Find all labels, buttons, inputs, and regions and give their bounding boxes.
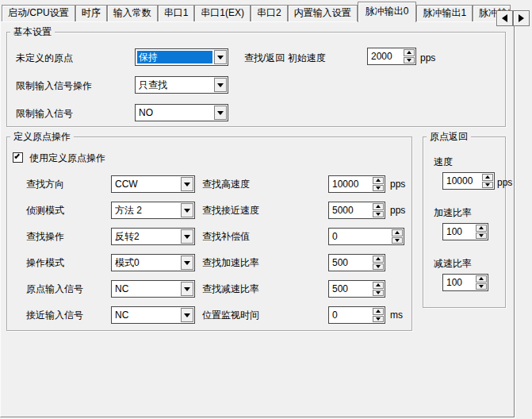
spin-up-button[interactable] <box>373 308 384 315</box>
return-accel-ratio-input[interactable]: 100 <box>442 223 488 240</box>
search-operation-value: 反转2 <box>115 231 178 242</box>
search-accel-ratio-input[interactable]: 500 <box>328 254 385 271</box>
search-compensation-input[interactable]: 0 <box>328 228 404 245</box>
spin-up-icon <box>395 231 400 234</box>
spin-up-button[interactable] <box>373 282 384 289</box>
search-proximity-speed-input[interactable]: 5000 <box>328 202 385 219</box>
initial-speed-input[interactable]: 2000 <box>367 48 416 65</box>
tab-serial-port-1[interactable]: 串口1 <box>158 5 195 21</box>
origin-operation-group-title: 定义原点操作 <box>10 131 74 142</box>
spin-down-button[interactable] <box>373 211 384 218</box>
tab-input-constants[interactable]: 输入常数 <box>107 5 158 21</box>
search-high-speed-value: 10000 <box>332 179 358 190</box>
dropdown-button[interactable] <box>181 229 193 244</box>
spin-up-button[interactable] <box>476 225 487 232</box>
search-high-speed-label: 查找高速度 <box>202 179 250 190</box>
tab-serial-port-1-ex[interactable]: 串口1(EX) <box>194 5 251 21</box>
position-monitor-time-input[interactable]: 0 <box>328 306 385 324</box>
use-origin-operation-label: 使用定义原点操作 <box>29 152 105 163</box>
chevron-down-icon <box>184 183 190 186</box>
limit-input-operation-select[interactable]: 只查找 <box>135 76 228 94</box>
dropdown-button[interactable] <box>214 106 227 120</box>
limit-input-signal-label: 限制输入信号 <box>16 108 73 119</box>
initial-speed-value: 2000 <box>371 51 392 62</box>
spin-down-button[interactable] <box>476 283 487 290</box>
dropdown-button[interactable] <box>181 177 193 191</box>
dropdown-button[interactable] <box>181 282 193 296</box>
spin-up-button[interactable] <box>373 203 384 210</box>
tab-scroll-right-button[interactable] <box>513 10 530 26</box>
search-direction-select[interactable]: CCW <box>111 175 195 193</box>
dropdown-button[interactable] <box>214 50 227 64</box>
search-high-speed-unit: pps <box>390 179 405 190</box>
return-decel-ratio-input[interactable]: 100 <box>442 274 488 291</box>
spin-down-icon <box>376 213 381 216</box>
tab-pulse-output-1[interactable]: 脉冲输出1 <box>416 5 473 21</box>
search-high-speed-input[interactable]: 10000 <box>328 175 385 193</box>
spin-down-button[interactable] <box>373 316 384 323</box>
spin-up-button[interactable] <box>392 229 403 236</box>
tab-builtin-input-settings[interactable]: 内置输入设置 <box>288 5 358 21</box>
search-compensation-label: 查找补偿值 <box>202 231 250 242</box>
limit-input-signal-select[interactable]: NO <box>135 104 228 121</box>
chevron-down-icon <box>184 287 190 291</box>
spin-up-button[interactable] <box>476 275 487 283</box>
spin-up-icon <box>479 226 484 229</box>
origin-input-signal-label: 原点输入信号 <box>26 283 83 294</box>
dropdown-button[interactable] <box>214 78 227 92</box>
spin-up-icon <box>376 309 381 313</box>
use-origin-operation-checkbox[interactable] <box>13 152 23 163</box>
tab-timing[interactable]: 时序 <box>75 5 107 21</box>
spin-down-icon <box>479 234 484 237</box>
tab-pulse-output-0[interactable]: 脉冲输出0 <box>358 2 417 22</box>
spin-up-button[interactable] <box>404 49 415 56</box>
spin-down-button[interactable] <box>373 290 384 297</box>
spin-down-icon <box>485 183 490 186</box>
dropdown-button[interactable] <box>181 203 193 217</box>
spin-up-icon <box>479 277 484 280</box>
tab-startup-cpu-settings[interactable]: 启动/CPU设置 <box>2 5 75 21</box>
undefined-origin-label: 未定义的原点 <box>16 52 73 63</box>
origin-input-signal-select[interactable]: NC <box>111 280 195 298</box>
spin-down-icon <box>395 239 400 242</box>
spin-up-button[interactable] <box>482 174 493 181</box>
operation-mode-select[interactable]: 模式0 <box>111 254 195 271</box>
spin-down-button[interactable] <box>373 185 384 192</box>
proximity-input-signal-select[interactable]: NC <box>111 306 195 324</box>
undefined-origin-select[interactable]: 保持 <box>135 48 228 66</box>
tab-serial-port-2[interactable]: 串口2 <box>251 5 288 21</box>
spin-up-button[interactable] <box>373 256 384 263</box>
dropdown-button[interactable] <box>181 256 193 270</box>
spin-down-button[interactable] <box>482 182 493 189</box>
proximity-input-signal-label: 接近输入信号 <box>26 309 83 321</box>
origin-input-signal-value: NC <box>115 283 178 294</box>
spin-down-button[interactable] <box>404 57 415 64</box>
spin-up-icon <box>376 283 381 286</box>
detection-mode-select[interactable]: 方法 2 <box>111 202 195 219</box>
search-decel-ratio-value: 500 <box>332 283 348 294</box>
search-proximity-speed-label: 查找接近速度 <box>202 205 259 216</box>
return-speed-value: 10000 <box>446 175 473 186</box>
tab-scroll-left-button[interactable] <box>496 10 513 26</box>
dropdown-button[interactable] <box>181 308 193 322</box>
position-monitor-time-value: 0 <box>332 309 338 321</box>
chevron-down-icon <box>217 56 224 60</box>
search-decel-ratio-input[interactable]: 500 <box>328 280 385 298</box>
return-speed-label: 速度 <box>434 156 453 167</box>
spin-up-icon <box>376 257 381 260</box>
chevron-down-icon <box>184 209 190 213</box>
search-direction-label: 查找方向 <box>26 179 64 190</box>
chevron-down-icon <box>184 235 190 239</box>
spin-down-icon <box>376 265 381 268</box>
return-speed-unit: pps <box>497 177 512 188</box>
spin-down-button[interactable] <box>476 233 487 240</box>
spin-up-icon <box>485 175 490 179</box>
basic-settings-group: 基本设置 <box>6 32 506 127</box>
spin-down-button[interactable] <box>373 263 384 271</box>
search-accel-ratio-label: 查找加速比率 <box>202 257 259 268</box>
spin-up-button[interactable] <box>373 177 384 184</box>
search-operation-select[interactable]: 反转2 <box>111 228 195 245</box>
initial-speed-unit: pps <box>420 52 435 63</box>
spin-down-button[interactable] <box>392 237 403 244</box>
return-speed-input[interactable]: 10000 <box>442 172 495 190</box>
